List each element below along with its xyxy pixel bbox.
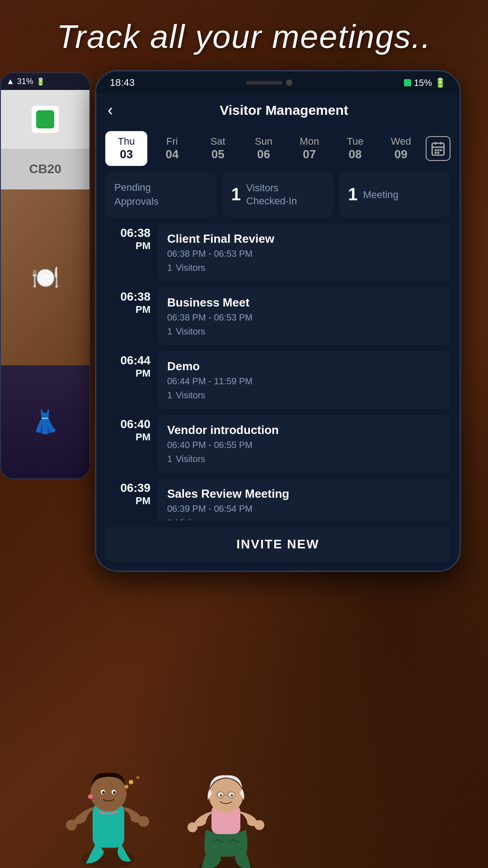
meeting-time-main-2: 06:38 (105, 290, 150, 304)
meeting-card-3[interactable]: Demo 06:44 PM - 11:59 PM 1 Visitors (157, 351, 450, 409)
bottom-bar: INVITE NEW (96, 520, 460, 571)
meeting-row: 06:38 PM Client Final Review 06:38 PM - … (105, 224, 450, 281)
notch-center (246, 80, 292, 86)
svg-point-27 (231, 794, 233, 797)
svg-rect-4 (435, 149, 436, 151)
stat-meetings-count: 1 (348, 185, 357, 204)
calendar-strip: Thu 03 Fri 04 Sat 05 Sun 06 Mon 07 Tue 0… (96, 127, 460, 173)
day-num-6: 09 (394, 147, 408, 161)
meeting-time-1: 06:38 PM (105, 224, 150, 252)
day-name-4: Mon (300, 136, 319, 147)
battery-icon: 🔋 (435, 77, 446, 88)
calendar-day-wed[interactable]: Wed 09 (380, 131, 422, 166)
visitor-count-3: 1 (167, 390, 172, 401)
battery-text: 15% (414, 78, 432, 88)
meeting-card-1[interactable]: Client Final Review 06:38 PM - 06:53 PM … (157, 224, 450, 281)
calendar-day-thu[interactable]: Thu 03 (105, 131, 147, 166)
meeting-range-1: 06:38 PM - 06:53 PM (167, 249, 441, 259)
meeting-title-5: Sales Review Meeting (167, 487, 441, 501)
left-food-img: 🍽️ (1, 189, 89, 365)
meetings-list: 06:38 PM Client Final Review 06:38 PM - … (96, 224, 460, 520)
meeting-card-4[interactable]: Vendor introduction 06:40 PM - 06:55 PM … (157, 415, 450, 472)
meeting-time-main-4: 06:40 (105, 417, 150, 431)
stat-meetings-label: Meeting (363, 189, 398, 202)
left-fashion-img: 👗 (1, 365, 89, 478)
day-name-0: Thu (118, 136, 135, 147)
stat-pending-label: PendingApprovals (114, 181, 159, 209)
stat-visitors: 1 VisitorsChecked-In (222, 173, 334, 217)
stat-pending: PendingApprovals (105, 173, 217, 217)
day-num-5: 08 (349, 147, 362, 161)
calendar-day-sun[interactable]: Sun 06 (243, 131, 285, 166)
meeting-visitors-2: 1 Visitors (167, 326, 441, 337)
time-display: 18:43 (110, 77, 135, 89)
back-button[interactable]: ‹ (108, 101, 113, 120)
svg-point-18 (88, 794, 93, 799)
calendar-day-fri[interactable]: Fri 04 (151, 131, 193, 166)
meeting-visitors-1: 1 Visitors (167, 263, 441, 273)
day-num-4: 07 (303, 147, 316, 161)
calendar-day-mon[interactable]: Mon 07 (288, 131, 330, 166)
svg-point-26 (220, 794, 222, 797)
status-bar: 18:43 15% 🔋 (96, 71, 460, 94)
calendar-day-sat[interactable]: Sat 05 (197, 131, 239, 166)
meeting-title-1: Client Final Review (167, 232, 441, 246)
meeting-range-4: 06:40 PM - 06:55 PM (167, 440, 441, 450)
left-battery-icon: 🔋 (36, 77, 45, 86)
calendar-picker-button[interactable] (426, 136, 450, 161)
meeting-time-main-5: 06:39 (105, 481, 150, 495)
header-title: Track all your meetings.. (0, 18, 488, 55)
notch-pill (246, 81, 282, 85)
meeting-title-4: Vendor introduction (167, 423, 441, 437)
meeting-ampm-2: PM (105, 304, 150, 316)
meeting-visitors-3: 1 Visitors (167, 390, 441, 401)
day-name-5: Tue (347, 136, 364, 147)
meeting-range-2: 06:38 PM - 06:53 PM (167, 312, 441, 323)
interaction-sparks (125, 776, 139, 788)
left-fashion-icon: 👗 (31, 409, 59, 435)
svg-point-32 (136, 776, 139, 779)
day-num-1: 04 (165, 147, 178, 161)
day-name-3: Sun (255, 136, 272, 147)
meeting-time-main-3: 06:44 (105, 354, 150, 368)
left-battery-text: 31% (17, 77, 33, 86)
day-num-2: 05 (211, 147, 225, 161)
left-cb-label: CB20 (29, 162, 61, 176)
svg-rect-7 (435, 152, 436, 154)
visitor-label-4: Visitors (176, 454, 205, 464)
stat-visitors-label: VisitorsChecked-In (246, 182, 297, 208)
svg-point-12 (66, 820, 77, 830)
day-name-1: Fri (166, 136, 178, 147)
meeting-row: 06:40 PM Vendor introduction 06:40 PM - … (105, 415, 450, 472)
meeting-time-2: 06:38 PM (105, 288, 150, 316)
invite-new-button[interactable]: INVITE NEW (105, 527, 450, 561)
meeting-time-5: 06:39 PM (105, 479, 150, 507)
phone-main: 18:43 15% 🔋 ‹ Visitor Management Thu 03 … (95, 70, 461, 572)
svg-point-11 (90, 775, 127, 811)
meeting-card-2[interactable]: Business Meet 06:38 PM - 06:53 PM 1 Visi… (157, 288, 450, 345)
meeting-ampm-1: PM (105, 240, 150, 252)
left-food-icon: 🍽️ (31, 264, 59, 291)
notification-dot (404, 79, 411, 86)
visitor-count-2: 1 (167, 326, 172, 337)
svg-point-21 (209, 778, 243, 813)
meeting-ampm-5: PM (105, 495, 150, 507)
page-header: Track all your meetings.. (0, 18, 488, 55)
svg-point-31 (129, 780, 133, 784)
top-nav: ‹ Visitor Management (96, 94, 460, 127)
left-icon-g (36, 110, 54, 128)
meeting-row: 06:44 PM Demo 06:44 PM - 11:59 PM 1 Visi… (105, 351, 450, 409)
meeting-row: 06:38 PM Business Meet 06:38 PM - 06:53 … (105, 288, 450, 345)
meeting-range-5: 06:39 PM - 06:54 PM (167, 504, 441, 514)
stat-visitors-count: 1 (231, 185, 241, 204)
meeting-time-3: 06:44 PM (105, 351, 150, 379)
day-name-2: Sat (211, 136, 225, 147)
app-content: ‹ Visitor Management Thu 03 Fri 04 Sat 0… (96, 94, 460, 571)
visitor-label-3: Visitors (176, 390, 205, 401)
meeting-row: 06:39 PM Sales Review Meeting 06:39 PM -… (105, 479, 450, 520)
svg-point-17 (113, 791, 116, 794)
meeting-card-5[interactable]: Sales Review Meeting 06:39 PM - 06:54 PM… (157, 479, 450, 520)
calendar-day-tue[interactable]: Tue 08 (334, 131, 376, 166)
phone-left-inner: ▲ 31% 🔋 CB20 🍽️ 👗 (1, 73, 89, 478)
day-name-6: Wed (391, 136, 411, 147)
